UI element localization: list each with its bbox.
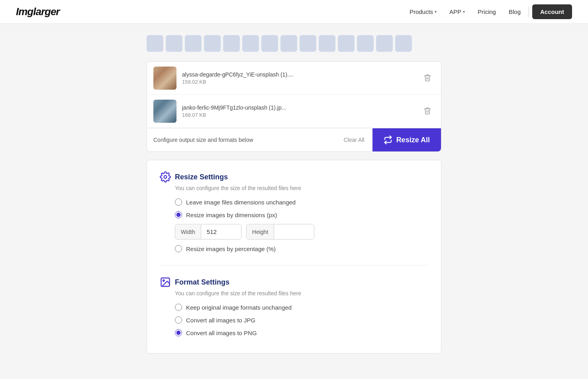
height-input[interactable] (274, 224, 314, 239)
upload-thumb-placeholder (338, 35, 355, 52)
configure-text: Configure output size and formats below (147, 130, 335, 149)
resize-icon (384, 135, 392, 144)
file-item: alyssa-degarde-gPC6fyz_YiE-unsplash (1).… (147, 62, 441, 95)
resize-settings-icon (160, 171, 171, 183)
width-group: Width (175, 224, 241, 240)
logo: Imglarger (16, 6, 60, 18)
upload-thumb-placeholder (147, 35, 163, 52)
upload-thumb-placeholder (376, 35, 393, 52)
logo-text: Imglarger (16, 6, 60, 18)
upload-thumb-placeholder (261, 35, 278, 52)
svg-point-2 (163, 280, 165, 281)
upload-thumb-placeholder (185, 35, 202, 52)
products-chevron-icon: ▾ (435, 10, 437, 14)
upload-thumb-placeholder (300, 35, 316, 52)
trash-icon (423, 107, 431, 115)
file-delete-button[interactable] (420, 71, 435, 86)
upload-thumb-placeholder (319, 35, 335, 52)
svg-point-0 (164, 176, 167, 179)
app-chevron-icon: ▾ (463, 10, 465, 14)
account-button[interactable]: Account (532, 4, 572, 19)
clear-all-button[interactable]: Clear All (335, 130, 372, 149)
resize-settings-section: Resize Settings You can configure the si… (160, 171, 428, 252)
settings-card: Resize Settings You can configure the si… (147, 160, 441, 353)
dimension-row: Width Height (175, 224, 428, 240)
nav-blog[interactable]: Blog (504, 5, 525, 18)
radio-original-format[interactable]: Keep original image formats unchanged (175, 304, 428, 311)
upload-thumb-placeholder (395, 35, 412, 52)
section-divider (160, 265, 428, 265)
resize-settings-desc: You can configure the size of the result… (175, 185, 428, 191)
resize-settings-header: Resize Settings (160, 171, 428, 183)
height-group: Height (246, 224, 314, 240)
width-label: Width (175, 225, 201, 239)
file-info: alyssa-degarde-gPC6fyz_YiE-unsplash (1).… (182, 71, 420, 85)
file-size: 168.07 KB (182, 112, 420, 118)
file-thumbnail (153, 67, 176, 90)
nav-app[interactable]: APP ▾ (445, 5, 470, 18)
upload-thumb-placeholder (223, 35, 240, 52)
file-delete-button[interactable] (420, 104, 435, 119)
height-label: Height (247, 225, 274, 239)
width-input[interactable] (201, 224, 241, 239)
file-name: alyssa-degarde-gPC6fyz_YiE-unsplash (1).… (182, 71, 420, 78)
format-settings-icon (160, 277, 171, 288)
upload-thumb-placeholder (166, 35, 182, 52)
file-name: janko-ferlic-9Mj9FTg1zlo-unsplash (1).jp… (182, 104, 420, 111)
file-thumbnail (153, 100, 176, 123)
radio-jpg[interactable]: Convert all images to JPG (175, 316, 428, 324)
nav-products[interactable]: Products ▾ (405, 5, 441, 18)
upload-thumb-placeholder (242, 35, 259, 52)
page-content: alyssa-degarde-gPC6fyz_YiE-unsplash (1).… (0, 24, 588, 361)
resize-settings-title: Resize Settings (175, 173, 228, 181)
trash-icon (423, 74, 431, 82)
format-settings-header: Format Settings (160, 277, 428, 288)
format-settings-title: Format Settings (175, 278, 229, 287)
file-size: 159.02 KB (182, 79, 420, 85)
radio-png[interactable]: Convert all images to PNG (175, 329, 428, 336)
upload-thumb-placeholder (204, 35, 221, 52)
navbar: Imglarger Products ▾ APP ▾ Pricing Blog … (0, 0, 588, 24)
format-settings-desc: You can configure the size of the result… (175, 290, 428, 297)
nav-pricing[interactable]: Pricing (473, 5, 501, 18)
file-item: janko-ferlic-9Mj9FTg1zlo-unsplash (1).jp… (147, 95, 441, 128)
radio-unchanged[interactable]: Leave image files dimensions unchanged (175, 198, 428, 206)
nav-links: Products ▾ APP ▾ Pricing Blog (405, 5, 525, 18)
format-settings-section: Format Settings You can configure the si… (160, 277, 428, 336)
radio-percentage[interactable]: Resize images by percentage (%) (175, 245, 428, 252)
file-list: alyssa-degarde-gPC6fyz_YiE-unsplash (1).… (147, 61, 441, 152)
nav-divider (529, 6, 529, 18)
radio-dimensions[interactable]: Resize images by dimensions (px) (175, 211, 428, 218)
action-bar: Configure output size and formats below … (147, 128, 441, 151)
resize-all-button[interactable]: Resize All (372, 128, 441, 151)
upload-thumb-placeholder (357, 35, 374, 52)
upload-thumb-placeholder (280, 35, 297, 52)
upload-strip (147, 32, 441, 55)
file-info: janko-ferlic-9Mj9FTg1zlo-unsplash (1).jp… (182, 104, 420, 118)
